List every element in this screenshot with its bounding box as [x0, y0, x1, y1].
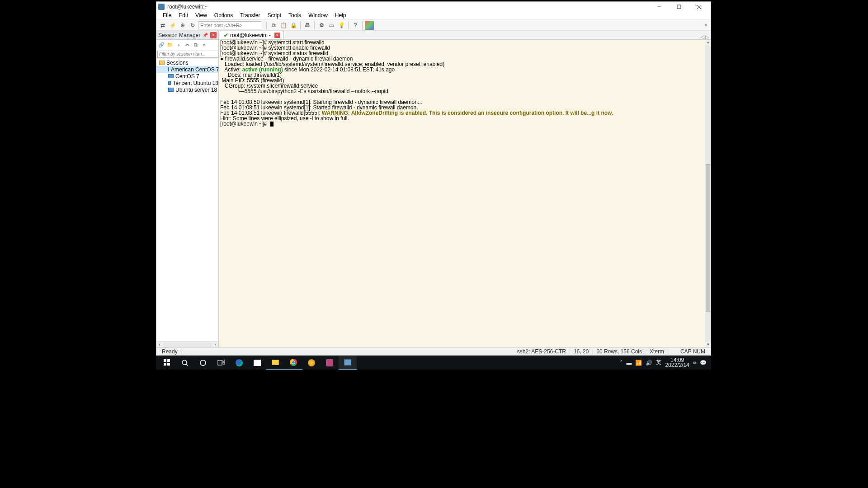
- session-icon: [168, 88, 174, 92]
- terminal-icon[interactable]: ▭: [327, 21, 336, 30]
- cortana-icon[interactable]: [194, 356, 212, 370]
- tree-root-label: Sessions: [166, 60, 189, 66]
- paste-icon[interactable]: 📋: [279, 21, 288, 30]
- session-tab[interactable]: ✔ root@lukeewin:~ ×: [220, 31, 284, 39]
- menu-tools[interactable]: Tools: [285, 11, 305, 19]
- tab-close-icon[interactable]: ×: [274, 33, 280, 38]
- menu-help[interactable]: Help: [331, 11, 350, 19]
- session-item[interactable]: American CentOS 7: [156, 66, 218, 73]
- tray-wifi-icon[interactable]: 📶: [635, 360, 642, 366]
- tray-notifications-icon[interactable]: 💬: [700, 360, 707, 366]
- securecrt-icon[interactable]: [339, 356, 357, 370]
- tray-battery-icon[interactable]: ▬: [626, 360, 632, 366]
- minimize-button[interactable]: [649, 2, 669, 11]
- menu-bar: FileEditViewOptionsTransferScriptToolsWi…: [156, 11, 711, 20]
- print-icon[interactable]: 🖶: [303, 21, 312, 30]
- session-item-label: CentOS 7: [175, 73, 199, 80]
- settings-icon[interactable]: ⚙: [317, 21, 326, 30]
- scroll-down-icon[interactable]: ▾: [705, 342, 711, 347]
- menu-edit[interactable]: Edit: [175, 11, 192, 19]
- session-item[interactable]: CentOS 7: [156, 73, 218, 80]
- terminal-line: Active: active (running) since Mon 2022-…: [220, 67, 705, 72]
- terminal-line: [root@lukeewin ~]#: [220, 121, 705, 127]
- tips-icon[interactable]: 💡: [337, 21, 346, 30]
- explorer-icon[interactable]: [266, 356, 284, 370]
- color-scheme-icon[interactable]: [365, 21, 374, 30]
- maximize-button[interactable]: [669, 2, 689, 11]
- edge-icon[interactable]: [230, 356, 248, 370]
- session-item[interactable]: Tencent Ubuntu 18: [156, 80, 218, 86]
- taskbar-search-icon[interactable]: [176, 356, 194, 370]
- svg-rect-7: [167, 363, 170, 366]
- menu-transfer[interactable]: Transfer: [236, 11, 264, 19]
- chrome-icon[interactable]: [284, 356, 302, 370]
- close-button[interactable]: [689, 2, 709, 11]
- separator: [266, 21, 267, 29]
- tray-volume-icon[interactable]: 🔊: [646, 360, 652, 366]
- help-icon[interactable]: ?: [351, 21, 360, 30]
- tab-next-icon[interactable]: ▷: [705, 34, 709, 39]
- svg-rect-4: [164, 359, 166, 362]
- pin-icon[interactable]: 📌: [202, 33, 209, 38]
- menu-script[interactable]: Script: [264, 11, 285, 19]
- cut-icon[interactable]: ✂: [183, 40, 191, 49]
- copy-icon[interactable]: ⧉: [269, 21, 278, 30]
- reload-icon[interactable]: ↻: [188, 21, 197, 30]
- separator: [300, 21, 301, 29]
- tray-ime[interactable]: 英: [656, 359, 661, 366]
- tab-prev-icon[interactable]: ◁: [701, 34, 704, 39]
- session-tree[interactable]: SessionsAmerican CentOS 7CentOS 7Tencent…: [156, 59, 218, 341]
- vertical-scrollbar[interactable]: ▴ ▾: [705, 40, 711, 347]
- menu-view[interactable]: View: [192, 11, 211, 19]
- session-filter-input[interactable]: [157, 51, 218, 58]
- status-emulation: Xterm: [646, 348, 668, 355]
- toolbar-dropdown-icon[interactable]: ▾: [705, 23, 709, 28]
- new-folder-icon[interactable]: 📁: [166, 40, 174, 49]
- link-icon[interactable]: 🔗: [157, 40, 165, 49]
- app-icon-1[interactable]: [302, 356, 321, 370]
- scroll-up-icon[interactable]: ▴: [705, 40, 711, 45]
- menu-options[interactable]: Options: [211, 11, 236, 19]
- tray-chevron-icon[interactable]: ˄: [620, 360, 623, 366]
- scroll-thumb[interactable]: [706, 164, 710, 313]
- start-button[interactable]: [158, 356, 176, 370]
- svg-rect-13: [223, 362, 225, 364]
- task-view-icon[interactable]: [212, 356, 230, 370]
- status-connection: ssh2: AES-256-CTR: [514, 348, 570, 355]
- svg-line-9: [186, 364, 188, 366]
- app-icon-2[interactable]: [321, 356, 339, 370]
- menu-file[interactable]: File: [159, 11, 175, 19]
- folder-icon: [159, 61, 165, 65]
- session-manager-panel: Session Manager 📌 × 🔗 📁 ＋ ✂ ⧉ » 🔍 Sessio…: [156, 31, 219, 347]
- tray-date: 2022/2/14: [665, 363, 689, 368]
- lock-icon[interactable]: 🔒: [289, 21, 298, 30]
- host-input[interactable]: [198, 21, 261, 29]
- tree-root[interactable]: Sessions: [156, 59, 218, 66]
- terminal-line: Docs: man:firewalld(1): [220, 72, 705, 78]
- system-tray: ˄ ▬ 📶 🔊 英 14:09 2022/2/14 ⌨ 💬: [620, 358, 709, 368]
- new-session-icon[interactable]: ＋: [175, 40, 183, 49]
- app-icon: [158, 4, 165, 10]
- svg-point-8: [182, 360, 187, 365]
- panel-close-icon[interactable]: ×: [210, 32, 217, 38]
- connect-icon[interactable]: ⊕: [178, 21, 187, 30]
- quick-connect-icon[interactable]: ⚡: [168, 21, 177, 30]
- svg-rect-5: [167, 359, 170, 362]
- tray-clock[interactable]: 14:09 2022/2/14: [665, 358, 689, 368]
- terminal[interactable]: [root@lukeewin ~]# systemctl start firew…: [219, 40, 711, 347]
- more-icon[interactable]: »: [200, 40, 208, 49]
- menu-window[interactable]: Window: [305, 11, 331, 19]
- separator: [362, 21, 363, 29]
- status-bar: Ready ssh2: AES-256-CTR 16, 20 60 Rows, …: [156, 347, 711, 355]
- session-item[interactable]: Ubuntu server 18: [156, 86, 218, 93]
- copy-session-icon[interactable]: ⧉: [192, 40, 200, 49]
- session-item-label: Ubuntu server 18: [175, 87, 217, 93]
- reconnect-icon[interactable]: ⇄: [158, 21, 167, 30]
- tray-keyboard-icon[interactable]: ⌨: [693, 360, 696, 366]
- horizontal-scrollbar[interactable]: ‹ ›: [156, 341, 218, 347]
- store-icon[interactable]: [248, 356, 266, 370]
- scroll-right-icon[interactable]: ›: [212, 342, 218, 347]
- title-bar: root@lukeewin:~: [156, 2, 711, 11]
- scroll-left-icon[interactable]: ‹: [156, 342, 163, 347]
- scroll-track[interactable]: [163, 343, 212, 347]
